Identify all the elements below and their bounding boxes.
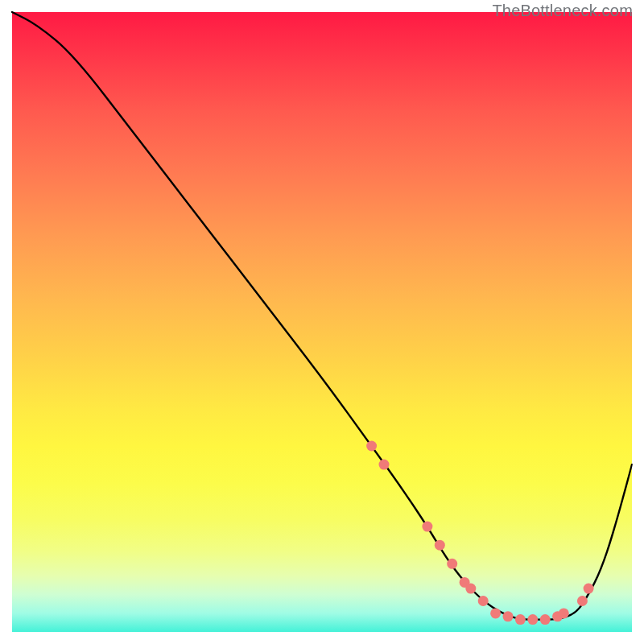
highlight-marker (577, 596, 588, 606)
highlight-marker (447, 559, 457, 569)
chart-svg (12, 12, 632, 632)
highlight-marker-group (366, 441, 593, 625)
highlight-marker (540, 614, 551, 625)
highlight-marker (366, 441, 377, 452)
highlight-marker (559, 608, 569, 618)
bottleneck-curve (12, 12, 632, 620)
highlight-marker (465, 584, 476, 594)
highlight-marker (503, 611, 514, 621)
highlight-marker (478, 596, 489, 606)
highlight-marker (527, 614, 538, 625)
highlight-marker (422, 522, 432, 532)
highlight-marker (435, 540, 445, 551)
highlight-marker (490, 608, 501, 618)
highlight-marker (515, 614, 526, 625)
highlight-marker (379, 460, 390, 470)
highlight-marker (584, 584, 594, 594)
chart-container: TheBottleneck.com (0, 0, 644, 644)
